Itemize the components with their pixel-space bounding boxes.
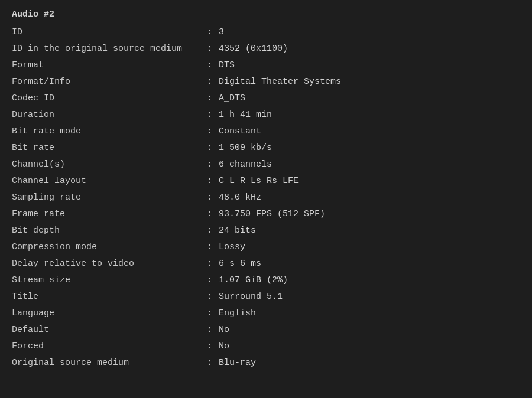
row-value: 4352 (0x1100) [219, 41, 520, 57]
row-label: Format/Info [12, 74, 201, 90]
row-value: A_DTS [219, 90, 520, 107]
table-row: Bit depth:24 bits [12, 223, 520, 239]
row-value: Blu-ray [219, 355, 520, 371]
row-label: Delay relative to video [12, 256, 201, 272]
row-value: No [219, 322, 520, 338]
row-label: Bit rate mode [12, 123, 201, 140]
table-row: Format/Info:Digital Theater Systems [12, 74, 520, 90]
row-value: Surround 5.1 [219, 289, 520, 305]
row-separator: : [201, 156, 219, 173]
table-row: ID:3 [12, 24, 520, 41]
row-separator: : [201, 338, 219, 355]
row-label: Original source medium [12, 355, 201, 371]
table-row: Original source medium:Blu-ray [12, 355, 520, 371]
row-value: Constant [219, 123, 520, 140]
table-row: Forced:No [12, 338, 520, 355]
row-value: 48.0 kHz [219, 190, 520, 206]
row-separator: : [201, 223, 219, 239]
table-row: Sampling rate:48.0 kHz [12, 190, 520, 206]
row-separator: : [201, 206, 219, 223]
row-separator: : [201, 256, 219, 272]
row-separator: : [201, 107, 219, 123]
table-row: Codec ID:A_DTS [12, 90, 520, 107]
row-label: Stream size [12, 272, 201, 289]
row-separator: : [201, 322, 219, 338]
row-label: Default [12, 322, 201, 338]
row-separator: : [201, 140, 219, 156]
table-row: Frame rate:93.750 FPS (512 SPF) [12, 206, 520, 223]
table-row: Channel layout:C L R Ls Rs LFE [12, 173, 520, 190]
table-row: Language:English [12, 305, 520, 322]
row-value: 1.07 GiB (2%) [219, 272, 520, 289]
row-value: DTS [219, 57, 520, 74]
row-value: 93.750 FPS (512 SPF) [219, 206, 520, 223]
row-separator: : [201, 41, 219, 57]
table-row: Compression mode:Lossy [12, 239, 520, 256]
row-label: ID in the original source medium [12, 41, 201, 57]
row-separator: : [201, 74, 219, 90]
row-label: Codec ID [12, 90, 201, 107]
table-row: Default:No [12, 322, 520, 338]
row-value: C L R Ls Rs LFE [219, 173, 520, 190]
table-row: Channel(s):6 channels [12, 156, 520, 173]
row-separator: : [201, 173, 219, 190]
row-label: Compression mode [12, 239, 201, 256]
table-row: Title:Surround 5.1 [12, 289, 520, 305]
row-label: Frame rate [12, 206, 201, 223]
table-row: Bit rate:1 509 kb/s [12, 140, 520, 156]
row-separator: : [201, 57, 219, 74]
row-value: Lossy [219, 239, 520, 256]
row-label: Forced [12, 338, 201, 355]
info-table: ID:3ID in the original source medium:435… [12, 24, 520, 371]
row-separator: : [201, 355, 219, 371]
row-separator: : [201, 289, 219, 305]
row-value: 3 [219, 24, 520, 41]
row-label: Channel(s) [12, 156, 201, 173]
row-label: Language [12, 305, 201, 322]
table-row: Stream size:1.07 GiB (2%) [12, 272, 520, 289]
row-value: 6 s 6 ms [219, 256, 520, 272]
row-value: Digital Theater Systems [219, 74, 520, 90]
row-value: 1 509 kb/s [219, 140, 520, 156]
row-separator: : [201, 272, 219, 289]
row-separator: : [201, 24, 219, 41]
row-label: Duration [12, 107, 201, 123]
row-label: Format [12, 57, 201, 74]
table-row: Duration:1 h 41 min [12, 107, 520, 123]
table-row: Delay relative to video:6 s 6 ms [12, 256, 520, 272]
row-label: ID [12, 24, 201, 41]
section-title: Audio #2 [12, 9, 520, 19]
row-label: Bit depth [12, 223, 201, 239]
row-separator: : [201, 239, 219, 256]
row-separator: : [201, 190, 219, 206]
table-row: ID in the original source medium:4352 (0… [12, 41, 520, 57]
row-value: 6 channels [219, 156, 520, 173]
row-label: Channel layout [12, 173, 201, 190]
row-separator: : [201, 123, 219, 140]
row-label: Sampling rate [12, 190, 201, 206]
row-value: 1 h 41 min [219, 107, 520, 123]
row-value: 24 bits [219, 223, 520, 239]
row-label: Title [12, 289, 201, 305]
row-label: Bit rate [12, 140, 201, 156]
table-row: Format:DTS [12, 57, 520, 74]
row-separator: : [201, 305, 219, 322]
row-separator: : [201, 90, 219, 107]
row-value: English [219, 305, 520, 322]
row-value: No [219, 338, 520, 355]
table-row: Bit rate mode:Constant [12, 123, 520, 140]
